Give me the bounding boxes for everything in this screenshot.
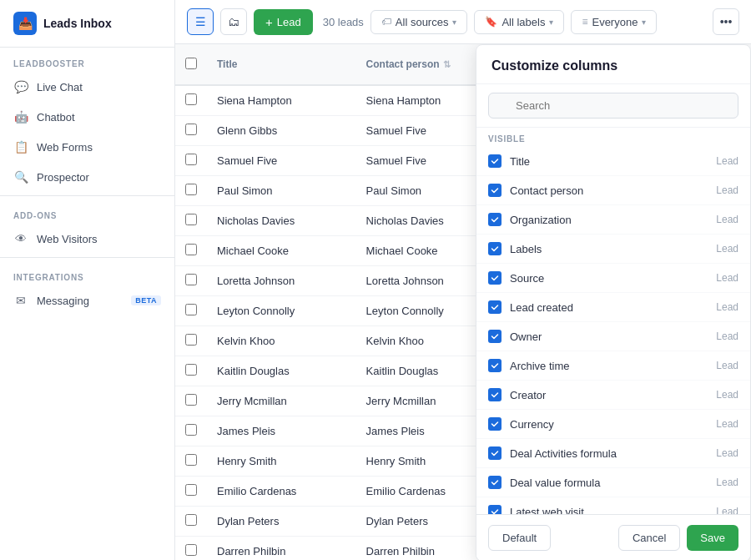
column-checkbox[interactable]: [488, 330, 502, 343]
row-title: Loretta Johnson: [207, 266, 356, 296]
sidebar-item-web-forms[interactable]: 📋 Web Forms: [0, 132, 174, 162]
column-item[interactable]: Deal Activities formula Lead: [476, 439, 750, 468]
column-checkbox[interactable]: [488, 417, 502, 431]
column-checkbox[interactable]: [488, 388, 502, 401]
row-checkbox[interactable]: [185, 244, 197, 255]
column-type: Lead: [716, 418, 738, 430]
column-name: Source: [510, 272, 716, 285]
row-checkbox[interactable]: [185, 514, 197, 526]
row-checkbox[interactable]: [185, 214, 197, 225]
sidebar-item-messaging[interactable]: ✉ Messaging BETA: [0, 285, 174, 315]
checkmark-icon: [491, 449, 499, 457]
default-button[interactable]: Default: [488, 525, 551, 551]
column-type: Lead: [716, 330, 738, 342]
customize-search-input[interactable]: [488, 93, 738, 119]
row-title: Kelvin Khoo: [207, 326, 356, 356]
column-type: Lead: [716, 214, 738, 225]
messaging-icon: ✉: [13, 293, 28, 308]
list-view-button[interactable]: ☰: [187, 8, 214, 35]
section-label-leadbooster: LEADBOOSTER: [0, 48, 174, 72]
row-checkbox[interactable]: [185, 304, 197, 315]
column-item[interactable]: Creator Lead: [476, 381, 750, 410]
checkmark-icon: [491, 332, 499, 341]
everyone-filter[interactable]: ≡ Everyone ▾: [571, 10, 657, 34]
row-checkbox[interactable]: [185, 274, 197, 285]
select-all-checkbox[interactable]: [185, 58, 197, 69]
row-checkbox-cell[interactable]: [175, 236, 207, 266]
column-item[interactable]: Owner Lead: [476, 322, 750, 351]
row-checkbox[interactable]: [185, 334, 197, 346]
all-labels-filter[interactable]: 🔖 All labels ▾: [474, 10, 564, 34]
row-checkbox[interactable]: [185, 154, 197, 165]
column-checkbox[interactable]: [488, 242, 502, 255]
sidebar-item-live-chat[interactable]: 💬 Live Chat: [0, 72, 174, 102]
row-title: Emilio Cardenas: [207, 477, 356, 507]
row-checkbox-cell[interactable]: [175, 507, 207, 537]
column-checkbox[interactable]: [488, 476, 502, 489]
select-all-header[interactable]: [175, 44, 207, 85]
row-checkbox[interactable]: [185, 124, 197, 135]
row-checkbox-cell[interactable]: [175, 446, 207, 477]
row-checkbox-cell[interactable]: [175, 85, 207, 116]
row-checkbox-cell[interactable]: [175, 206, 207, 236]
checkmark-icon: [491, 478, 499, 487]
column-item[interactable]: Contact person Lead: [476, 176, 750, 205]
row-checkbox-cell[interactable]: [175, 537, 207, 561]
row-checkbox-cell[interactable]: [175, 356, 207, 386]
row-checkbox[interactable]: [185, 454, 197, 466]
column-checkbox[interactable]: [488, 184, 502, 197]
sidebar-item-chatbot[interactable]: 🤖 Chatbot: [0, 102, 174, 132]
sidebar-header[interactable]: 📥 Leads Inbox: [0, 0, 174, 48]
column-item[interactable]: Lead created Lead: [476, 293, 750, 322]
row-checkbox-cell[interactable]: [175, 176, 207, 206]
column-item[interactable]: Currency Lead: [476, 410, 750, 439]
column-item[interactable]: Title Lead: [476, 147, 750, 176]
everyone-icon: ≡: [582, 16, 587, 28]
column-checkbox[interactable]: [488, 271, 502, 285]
column-item[interactable]: Labels Lead: [476, 235, 750, 264]
row-checkbox[interactable]: [185, 93, 197, 105]
column-item[interactable]: Deal value formula Lead: [476, 468, 750, 497]
row-checkbox-cell[interactable]: [175, 296, 207, 326]
sidebar-item-prospector-label: Prospector: [37, 171, 89, 184]
column-checkbox[interactable]: [488, 300, 502, 314]
column-item[interactable]: Organization Lead: [476, 205, 750, 235]
column-item[interactable]: Archive time Lead: [476, 351, 750, 381]
columns-list: Title Lead Contact person Lead Organizat…: [476, 147, 750, 514]
row-checkbox-cell[interactable]: [175, 386, 207, 416]
column-checkbox[interactable]: [488, 446, 502, 460]
column-checkbox[interactable]: [488, 154, 502, 168]
add-lead-button[interactable]: + Lead: [254, 9, 313, 35]
all-sources-filter[interactable]: 🏷 All sources ▾: [370, 10, 468, 34]
row-checkbox[interactable]: [185, 424, 197, 436]
sidebar-item-web-visitors[interactable]: 👁 Web Visitors: [0, 224, 174, 254]
column-checkbox[interactable]: [488, 505, 502, 514]
save-button[interactable]: Save: [687, 525, 738, 551]
sidebar-divider-2: [0, 257, 174, 258]
row-checkbox[interactable]: [185, 544, 197, 556]
column-type: Lead: [716, 360, 738, 371]
row-checkbox-cell[interactable]: [175, 116, 207, 146]
sidebar-section-leadbooster: LEADBOOSTER 💬 Live Chat 🤖 Chatbot 📋 Web …: [0, 48, 174, 192]
column-item[interactable]: Latest web visit Lead: [476, 497, 750, 514]
cancel-button[interactable]: Cancel: [618, 525, 680, 551]
row-checkbox[interactable]: [185, 484, 197, 496]
row-checkbox[interactable]: [185, 184, 197, 195]
row-checkbox-cell[interactable]: [175, 416, 207, 446]
row-checkbox-cell[interactable]: [175, 326, 207, 356]
sources-chevron-icon: ▾: [452, 18, 456, 27]
row-title: Glenn Gibbs: [207, 116, 356, 146]
row-checkbox-cell[interactable]: [175, 266, 207, 296]
sidebar-item-prospector[interactable]: 🔍 Prospector: [0, 162, 174, 192]
column-checkbox[interactable]: [488, 213, 502, 226]
row-checkbox[interactable]: [185, 394, 197, 406]
column-checkbox[interactable]: [488, 359, 502, 372]
archive-view-button[interactable]: 🗂: [220, 8, 247, 35]
row-checkbox-cell[interactable]: [175, 477, 207, 507]
row-checkbox-cell[interactable]: [175, 146, 207, 176]
toolbar: ☰ 🗂 + Lead 30 leads 🏷 All sources ▾ 🔖 Al…: [175, 0, 751, 44]
sidebar-item-live-chat-label: Live Chat: [37, 81, 83, 93]
row-checkbox[interactable]: [185, 364, 197, 376]
more-options-button[interactable]: •••: [713, 8, 739, 35]
column-item[interactable]: Source Lead: [476, 264, 750, 293]
